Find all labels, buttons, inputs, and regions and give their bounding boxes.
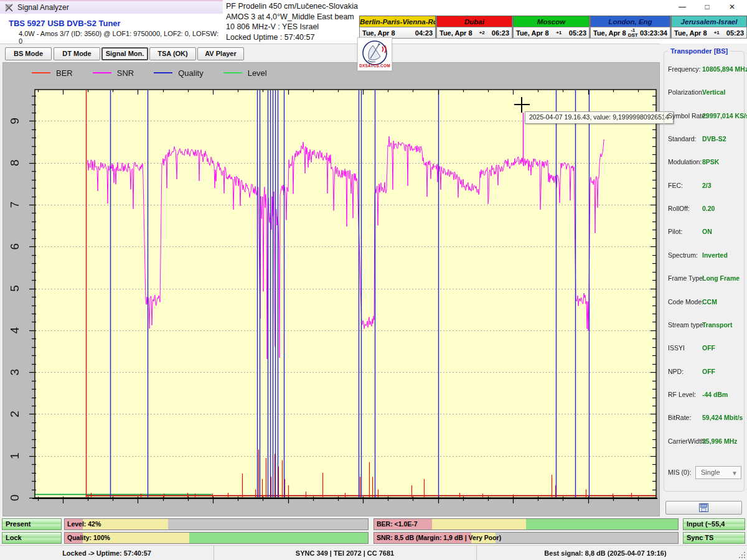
dxsatcs-logo: DXSATCS.COM [357,37,392,71]
legend-label: BER [56,68,73,78]
site-info-line: AMOS 3 at 4,0°W_Middle East beam [226,12,360,22]
clock-time: 06:23 [492,29,509,37]
clock-utc-offset: +1 [549,30,569,35]
save-button[interactable] [665,501,742,515]
transponder-label: Spectrum: [668,251,698,259]
legend-color-line [32,72,50,73]
legend-label: Quality [178,68,203,78]
window-title: Signal Analyzer [17,3,69,12]
clock-city-label: Berlin-Paris-Vienna-Roma [359,16,436,27]
clock-time: 05:23 [726,29,744,37]
legend-color-line [154,72,172,73]
transponder-label: CarrierWidth: [668,437,707,445]
transponder-label: RF Level: [668,391,696,398]
transponder-value: 2/3 [702,182,712,189]
close-button[interactable]: ✕ [720,1,745,13]
transponder-value: DVB-S2 [702,135,726,142]
progress-bar-level: Level: 42% [64,518,369,530]
clock-time-row: Tue, Apr 8+105:23 [513,27,590,39]
transponder-label: BitRate: [668,414,691,421]
transponder-row: RF Level:-44 dBm [668,391,741,399]
app-icon [4,3,14,12]
resize-grip[interactable] [738,551,746,559]
clock-time: 04:23 [415,29,433,37]
transponder-value: OFF [702,368,715,375]
progress-zone [496,533,678,543]
statusbar-section: SYNC 349 | TEI 2072 | CC 7681 [214,546,477,560]
progress-bar-snr: SNR: 8,5 dB (Margin: 1,9 dB | Very Poor) [374,532,679,544]
tab-tsa-ok-[interactable]: TSA (OK) [149,47,196,60]
progress-label: SNR: 8,5 dB (Margin: 1,9 dB | Very Poor) [377,533,501,543]
chart-legend: BERSNRQualityLevel [32,66,287,80]
indicator-input-button[interactable]: Input (~55,4 Mbps) [683,518,745,530]
transponder-row: Stream type:Transport [668,321,741,330]
clock-time-row: Tue, Apr 8+105:23 [671,27,747,39]
legend-item-level: Level [223,68,267,78]
clock-offset-value: +1 [707,30,726,35]
transponder-value: ON [702,228,712,235]
window-controls: — □ ✕ [670,1,745,13]
transponder-value: 10805,894 MHz [702,65,747,73]
indicator-present-button[interactable]: Present [2,518,62,530]
progress-label: BER: <1.0E-7 [377,519,418,530]
clock-city-label: Jerusalem-Israel [671,16,747,27]
tab-dt-mode[interactable]: DT Mode [54,47,100,60]
signal-chart[interactable] [3,63,659,516]
chart-panel: BERSNRQualityLevel [2,62,660,516]
legend-label: SNR [117,68,134,78]
clock-date: Tue, Apr 8 [362,29,395,37]
tab-signal-mon-[interactable]: Signal Mon. [101,47,148,60]
chevron-down-icon: ▼ [731,467,738,479]
clock-offset-dst: DST [626,33,640,38]
transponder-value: Vertical [702,88,725,96]
clock-time: 03:23:34 [640,29,667,37]
logo-text: DXSATCS.COM [358,63,392,68]
transponder-label: Frequency: [668,65,701,73]
minimize-button[interactable]: — [670,1,695,13]
mis-selected-value: Single [701,469,720,476]
transponder-label: Code Mode: [668,298,703,306]
clock-time: 05:23 [569,29,586,37]
indicator-lock-button[interactable]: Lock [2,532,62,544]
maximize-button[interactable]: □ [695,1,720,13]
clock-date: Tue, Apr 8 [439,29,472,37]
transponder-value: Inverted [702,251,728,259]
transponder-label: Pilot: [668,228,682,235]
tab-av-player[interactable]: AV Player [197,47,244,60]
progress-zone [189,533,368,543]
tab-bs-mode[interactable]: BS Mode [5,47,52,60]
mis-label: MIS (0): [668,469,691,476]
device-header: TBS 5927 USB DVB-S2 Tuner 4.0W - Amos 3/… [0,14,223,44]
transponder-label: Stream type: [668,321,705,329]
clock-moscow: MoscowTue, Apr 8+105:23 [512,16,590,39]
transponder-row: Frame Type:Long Frame [668,274,741,283]
transponder-label: RollOff: [668,205,690,212]
legend-item-quality: Quality [154,68,203,78]
transponder-row: NPD:OFF [668,368,741,376]
progress-bar-quality: Quality: 100% [64,532,369,544]
transponder-label: Frame Type: [668,274,705,282]
disk-icon [699,503,708,512]
site-info-line: Locked Uptime : 57:40:57 [226,32,360,43]
indicator-sync-ts-button[interactable]: Sync TS [683,532,745,544]
transponder-row: Frequency:10805,894 MHz [668,65,741,74]
legend-item-ber: BER [32,68,73,78]
clock-city-label: Dubai [436,16,512,27]
device-subtitle: 4.0W - Amos 3/7 (ID: 3560) @ LOF1: 97500… [19,30,223,45]
clock-offset-value: +1 [549,30,569,35]
clock-berlin-paris-vienna-roma: Berlin-Paris-Vienna-RomaTue, Apr 804:23 [359,16,436,39]
clock-jerusalem-israel: Jerusalem-IsraelTue, Apr 8+105:23 [670,16,747,39]
legend-color-line [223,72,242,73]
progress-label: Quality: 100% [67,533,110,543]
site-info-line: 10 806 MHz-V : YES Israel [226,22,360,32]
transponder-label: Polarization: [668,88,704,96]
transponder-label: Modulation: [668,158,702,166]
mis-select[interactable]: Single ▼ [695,466,741,479]
status-bar: Locked -> Uptime: 57:40:57SYNC 349 | TEI… [0,545,747,560]
progress-bar-ber: BER: <1.0E-7 [374,518,679,530]
transponder-row: FEC:2/3 [668,182,741,190]
chart-tooltip: 2025-04-07 19.16.43, value: 9,1999998092… [525,111,674,124]
transponder-value: 59,424 Mbit/s [702,414,743,421]
transponder-row: ISSYIOFF [668,344,741,353]
transponder-row: Polarization:Vertical [668,88,741,97]
